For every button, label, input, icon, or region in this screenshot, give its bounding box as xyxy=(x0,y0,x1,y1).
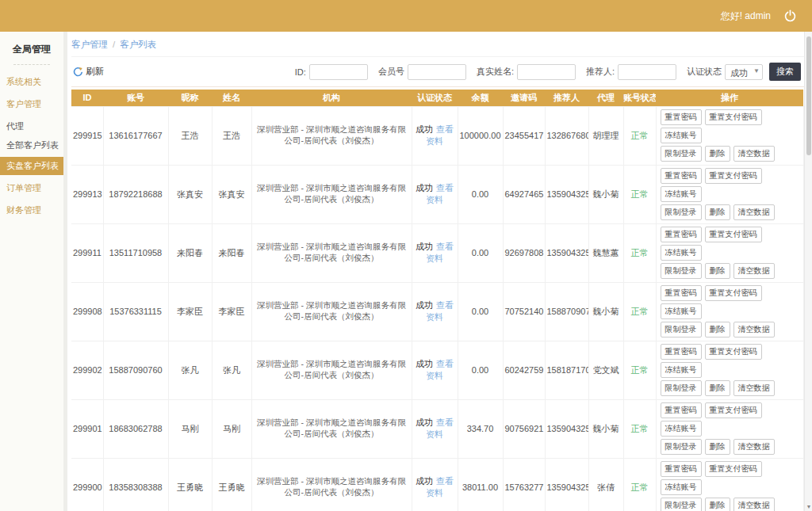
refresh-button[interactable]: 刷新 xyxy=(73,66,104,78)
filter-input-3[interactable] xyxy=(618,64,676,80)
reset-password-button[interactable]: 重置密码 xyxy=(661,227,702,242)
filter-input-2[interactable] xyxy=(517,64,576,80)
sidebar-divider xyxy=(13,64,50,65)
freeze-account-button[interactable]: 冻结账号 xyxy=(661,303,702,319)
restrict-login-button[interactable]: 限制登录 xyxy=(661,146,702,162)
cell-referrer: 13590432587 xyxy=(545,223,588,282)
cell-balance: 0.00 xyxy=(458,282,503,341)
status-badge: 正常 xyxy=(631,307,649,316)
sidebar-item-4[interactable]: 实盘客户列表 xyxy=(0,157,63,175)
reset-pay-password-button[interactable]: 重置支付密码 xyxy=(705,461,762,477)
top-header-bar: 您好! admin xyxy=(0,0,812,32)
freeze-account-button[interactable]: 冻结账号 xyxy=(661,245,702,261)
clear-data-button[interactable]: 清空数据 xyxy=(733,263,775,279)
filter-label-3: 推荐人: xyxy=(586,66,615,78)
clear-data-button[interactable]: 清空数据 xyxy=(733,204,775,220)
cell-agent: 魏小菊 xyxy=(588,165,623,223)
reset-password-button[interactable]: 重置密码 xyxy=(661,168,702,184)
cell-id: 299908 xyxy=(71,282,103,341)
cell-auth-status: 成功查看资料 xyxy=(412,399,458,458)
cell-id: 299900 xyxy=(71,458,103,511)
reset-password-button[interactable]: 重置密码 xyxy=(661,344,702,360)
cell-org: 深圳营业部 - 深圳市顺之道咨询服务有限公司-居间代表（刘俊杰） xyxy=(251,341,412,399)
scrollbar-thumb[interactable] xyxy=(806,36,811,155)
freeze-account-button[interactable]: 冻结账号 xyxy=(661,421,702,437)
column-header-11: 操作 xyxy=(656,90,803,106)
clear-data-button[interactable]: 清空数据 xyxy=(733,322,775,337)
sidebar-item-3[interactable]: 全部客户列表 xyxy=(0,136,63,154)
reset-password-button[interactable]: 重置密码 xyxy=(661,402,702,418)
cell-referrer: 13590432587 xyxy=(545,458,588,511)
delete-button[interactable]: 删除 xyxy=(705,322,730,337)
restrict-login-button[interactable]: 限制登录 xyxy=(661,204,702,220)
restrict-login-button[interactable]: 限制登录 xyxy=(661,263,702,279)
cell-org: 深圳营业部 - 深圳市顺之道咨询服务有限公司-居间代表（刘俊杰） xyxy=(251,223,412,282)
search-button[interactable]: 搜索 xyxy=(769,63,801,81)
delete-button[interactable]: 删除 xyxy=(705,498,730,511)
clear-data-button[interactable]: 清空数据 xyxy=(733,380,775,396)
table-row: 29990018358308388王勇晓王勇晓深圳营业部 - 深圳市顺之道咨询服… xyxy=(71,458,803,511)
row-actions: 重置密码重置支付密码冻结账号限制登录删除清空数据 xyxy=(659,109,801,163)
sidebar-item-6[interactable]: 财务管理 xyxy=(0,201,63,219)
sidebar-item-2[interactable]: 代理 xyxy=(0,117,63,135)
auth-status-text: 成功 xyxy=(416,183,433,193)
reset-password-button[interactable]: 重置密码 xyxy=(661,461,702,477)
cell-account-status: 正常 xyxy=(623,223,656,282)
delete-button[interactable]: 删除 xyxy=(705,263,730,279)
breadcrumb-item-1[interactable]: 客户列表 xyxy=(120,40,156,49)
restrict-login-button[interactable]: 限制登录 xyxy=(661,322,702,337)
logout-power-icon[interactable] xyxy=(783,9,798,23)
filter-group-4: 认证状态成功▼ xyxy=(687,64,763,80)
sidebar-item-5[interactable]: 订单管理 xyxy=(0,179,63,197)
delete-button[interactable]: 删除 xyxy=(705,204,730,220)
auth-status-select[interactable]: 成功▼ xyxy=(725,64,763,80)
cell-actions: 重置密码重置支付密码冻结账号限制登录删除清空数据 xyxy=(656,165,803,223)
cell-actions: 重置密码重置支付密码冻结账号限制登录删除清空数据 xyxy=(656,458,803,511)
reset-password-button[interactable]: 重置密码 xyxy=(661,285,702,301)
freeze-account-button[interactable]: 冻结账号 xyxy=(661,186,702,202)
freeze-account-button[interactable]: 冻结账号 xyxy=(661,128,702,143)
reset-pay-password-button[interactable]: 重置支付密码 xyxy=(705,402,762,418)
table-row: 29990118683062788马刚马刚深圳营业部 - 深圳市顺之道咨询服务有… xyxy=(71,399,803,458)
delete-button[interactable]: 删除 xyxy=(705,439,730,455)
cell-nickname: 张凡 xyxy=(168,341,212,399)
reset-pay-password-button[interactable]: 重置支付密码 xyxy=(705,168,762,184)
cell-account: 13616177667 xyxy=(103,106,168,165)
sidebar-item-1[interactable]: 客户管理 xyxy=(0,95,63,113)
clear-data-button[interactable]: 清空数据 xyxy=(733,146,775,162)
vertical-scrollbar[interactable]: ▼ xyxy=(804,32,812,511)
status-badge: 正常 xyxy=(631,424,649,433)
breadcrumb-item-0[interactable]: 客户管理 xyxy=(71,40,108,49)
scrollbar-down-arrow-icon[interactable]: ▼ xyxy=(805,504,812,509)
cell-auth-status: 成功查看资料 xyxy=(412,165,458,223)
filter-input-0[interactable] xyxy=(309,64,368,80)
filter-input-1[interactable] xyxy=(408,64,466,80)
cell-name: 马刚 xyxy=(212,399,251,458)
clear-data-button[interactable]: 清空数据 xyxy=(733,439,775,455)
reset-password-button[interactable]: 重置密码 xyxy=(661,109,702,125)
cell-name: 李家臣 xyxy=(212,282,251,341)
cell-account: 18358308388 xyxy=(103,458,168,511)
column-header-9: 代理 xyxy=(588,90,623,106)
cell-id: 299902 xyxy=(71,341,103,399)
freeze-account-button[interactable]: 冻结账号 xyxy=(661,362,702,378)
auth-status-text: 成功 xyxy=(416,242,433,251)
reset-pay-password-button[interactable]: 重置支付密码 xyxy=(705,344,762,360)
clear-data-button[interactable]: 清空数据 xyxy=(733,498,775,511)
sidebar-item-0[interactable]: 系统相关 xyxy=(0,73,63,91)
reset-pay-password-button[interactable]: 重置支付密码 xyxy=(705,109,762,125)
column-header-5: 认证状态 xyxy=(412,90,458,106)
cell-org: 深圳营业部 - 深圳市顺之道咨询服务有限公司-居间代表（刘俊杰） xyxy=(251,399,412,458)
cell-auth-status: 成功查看资料 xyxy=(412,341,458,399)
restrict-login-button[interactable]: 限制登录 xyxy=(661,498,702,511)
reset-pay-password-button[interactable]: 重置支付密码 xyxy=(705,285,762,301)
delete-button[interactable]: 删除 xyxy=(705,146,730,162)
delete-button[interactable]: 删除 xyxy=(705,380,730,396)
freeze-account-button[interactable]: 冻结账号 xyxy=(661,479,702,495)
customer-table: ID账号昵称姓名机构认证状态余额邀请码推荐人代理账号状态操作 299915136… xyxy=(71,90,804,511)
reset-pay-password-button[interactable]: 重置支付密码 xyxy=(705,227,762,242)
restrict-login-button[interactable]: 限制登录 xyxy=(661,380,702,396)
restrict-login-button[interactable]: 限制登录 xyxy=(661,439,702,455)
cell-account-status: 正常 xyxy=(623,282,656,341)
cell-actions: 重置密码重置支付密码冻结账号限制登录删除清空数据 xyxy=(656,223,803,282)
